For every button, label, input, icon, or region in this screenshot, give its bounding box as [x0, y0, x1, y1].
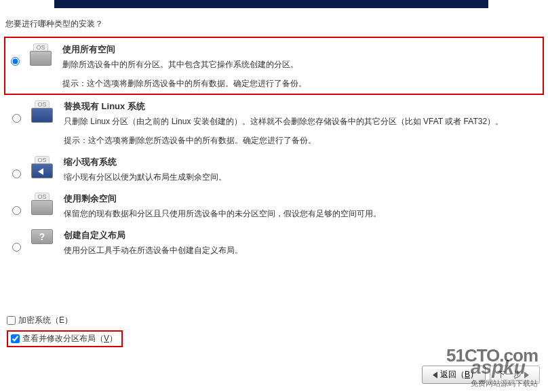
header-banner	[54, 0, 488, 8]
radio-custom[interactable]	[12, 243, 21, 252]
disk-icon	[31, 108, 53, 123]
option-use-all-space[interactable]: OS 使用所有空间 删除所选设备中的所有分区。其中包含其它操作系统创建的分区。 …	[4, 37, 544, 95]
disk-icon-cell: OS	[26, 100, 58, 123]
review-key: V	[104, 334, 109, 343]
option-title: 缩小现有系统	[64, 156, 541, 168]
disk-icon-cell: OS	[26, 156, 58, 178]
disk-icon-cell: OS	[26, 193, 58, 215]
disk-icon	[31, 200, 53, 215]
radio-cell	[7, 100, 26, 123]
option-hint: 提示：这个选项将删除所选设备中的所有数据。确定您进行了备份。	[62, 77, 540, 90]
radio-shrink[interactable]	[12, 170, 21, 178]
option-desc: 删除所选设备中的所有分区。其中包含其它操作系统创建的分区。	[62, 58, 540, 71]
disk-icon	[30, 51, 52, 66]
option-custom[interactable]: 创建自定义布局 使用分区工具手动在所选设备中创建自定义布局。	[7, 224, 541, 260]
option-text: 创建自定义布局 使用分区工具手动在所选设备中创建自定义布局。	[58, 229, 541, 256]
disk-icon-question	[31, 229, 53, 244]
radio-cell	[7, 193, 26, 215]
option-desc: 使用分区工具手动在所选设备中创建自定义布局。	[64, 244, 541, 256]
disk-icon-cell	[26, 229, 58, 244]
review-label[interactable]: 查看并修改分区布局（V）	[22, 333, 117, 345]
option-title: 使用剩余空间	[64, 193, 541, 205]
disk-icon-cell: OS	[24, 43, 57, 66]
option-title: 使用所有空间	[62, 43, 540, 56]
encrypt-label: 加密系统（E）	[18, 315, 73, 326]
option-text: 替换现有 Linux 系统 只删除 Linux 分区（由之前的 Linux 安装…	[58, 100, 541, 146]
radio-replace-linux[interactable]	[12, 114, 21, 123]
option-replace-linux[interactable]: OS 替换现有 Linux 系统 只删除 Linux 分区（由之前的 Linux…	[7, 95, 541, 151]
option-desc: 缩小现有分区以便为默认布局生成剩余空间。	[64, 171, 541, 183]
option-free-space[interactable]: OS 使用剩余空间 保留您的现有数据和分区且只使用所选设备中的未分区空间，假设您…	[7, 187, 541, 224]
review-layout-row: 查看并修改分区布局（V）	[7, 330, 123, 347]
bottom-checkboxes: 加密系统（E） 查看并修改分区布局（V）	[7, 315, 123, 351]
option-text: 缩小现有系统 缩小现有分区以便为默认布局生成剩余空间。	[58, 156, 541, 183]
radio-cell	[5, 43, 24, 66]
radio-use-all-space[interactable]	[11, 57, 20, 66]
disk-icon	[31, 163, 53, 178]
option-title: 替换现有 Linux 系统	[64, 100, 541, 113]
option-title: 创建自定义布局	[64, 229, 541, 241]
radio-cell	[7, 229, 26, 252]
radio-cell	[7, 156, 26, 178]
install-type-question: 您要进行哪种类型的安装？	[5, 18, 548, 30]
review-highlight: 查看并修改分区布局（V）	[7, 330, 123, 347]
encrypt-checkbox[interactable]	[7, 316, 16, 325]
option-desc: 保留您的现有数据和分区且只使用所选设备中的未分区空间，假设您有足够的空间可用。	[64, 208, 541, 220]
option-text: 使用所有空间 删除所选设备中的所有分区。其中包含其它操作系统创建的分区。 提示：…	[57, 43, 540, 90]
option-hint: 提示：这个选项将删除您所选设备中的所有数据。确定您进行了备份。	[64, 134, 541, 146]
encrypt-system-row[interactable]: 加密系统（E）	[7, 315, 123, 326]
watermark-aspku: aspku 免费网站源码下载站	[471, 357, 538, 389]
install-options: OS 使用所有空间 删除所选设备中的所有分区。其中包含其它操作系统创建的分区。 …	[0, 37, 548, 260]
option-shrink[interactable]: OS 缩小现有系统 缩小现有分区以便为默认布局生成剩余空间。	[7, 151, 541, 187]
option-text: 使用剩余空间 保留您的现有数据和分区且只使用所选设备中的未分区空间，假设您有足够…	[58, 193, 541, 220]
radio-free-space[interactable]	[12, 206, 21, 215]
review-checkbox[interactable]	[11, 334, 20, 343]
option-desc: 只删除 Linux 分区（由之前的 Linux 安装创建的）。这样就不会删除您存…	[64, 115, 541, 128]
